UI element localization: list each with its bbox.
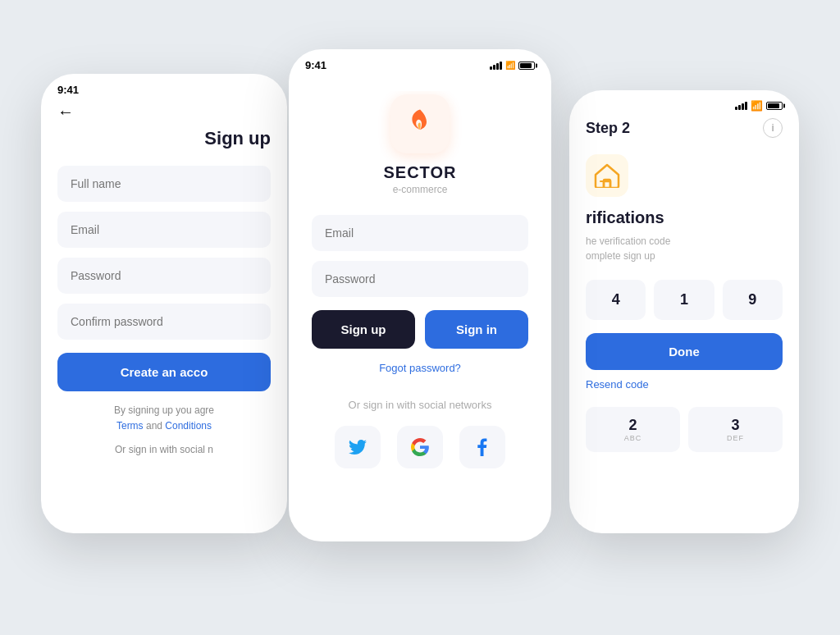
password-input-center[interactable] (312, 261, 528, 297)
back-arrow[interactable]: ← (57, 103, 271, 121)
phone-center: 9:41 📶 SECT (289, 49, 551, 541)
code-digit-1[interactable]: 4 (586, 280, 646, 320)
code-digit-3[interactable]: 9 (723, 280, 783, 320)
facebook-button[interactable] (459, 426, 505, 468)
flame-icon (404, 107, 436, 140)
battery-icon (518, 62, 535, 70)
house-icon (594, 163, 620, 188)
brand-sub: e-commerce (393, 184, 448, 195)
confirm-password-input[interactable] (57, 304, 271, 340)
create-account-button[interactable]: Create an acco (57, 353, 271, 391)
twitter-icon (349, 440, 367, 455)
info-icon[interactable]: i (763, 118, 783, 138)
step-label: Step 2 (586, 120, 630, 137)
phones-container: 9:41 ← Sign up Create an acco By signing… (0, 0, 840, 635)
battery-icon-right (766, 102, 783, 110)
signal-icon-right (735, 102, 747, 110)
brand-name: SECTOR (384, 163, 457, 182)
num-key-2[interactable]: 2 ABC (586, 407, 680, 452)
left-phone-content: ← Sign up Create an acco By signing up y… (41, 103, 287, 455)
forgot-password-link[interactable]: Fogot password? (379, 362, 461, 374)
numpad-row: 2 ABC 3 DEF (586, 407, 783, 452)
google-button[interactable] (397, 426, 443, 468)
status-icons-center: 📶 (490, 61, 535, 70)
code-digit-2[interactable]: 1 (654, 280, 714, 320)
signup-button[interactable]: Sign up (312, 310, 415, 349)
password-input-left[interactable] (57, 258, 271, 294)
fullname-input[interactable] (57, 166, 271, 202)
auth-buttons-row: Sign up Sign in (312, 310, 528, 349)
notch-center (371, 75, 469, 91)
terms-prefix: By signing up you agre (114, 404, 214, 416)
email-input-center[interactable] (312, 215, 528, 251)
time-center: 9:41 (305, 59, 326, 71)
center-phone-content: SECTOR e-commerce Sign up Sign in Fogot … (289, 94, 551, 468)
time-left: 9:41 (57, 84, 79, 96)
code-boxes: 4 1 9 (586, 280, 783, 320)
terms-and: and (146, 420, 162, 432)
phone-left: 9:41 ← Sign up Create an acco By signing… (41, 74, 287, 533)
terms-link[interactable]: Terms (116, 420, 144, 432)
or-social-center: Or sign in with social networks (349, 399, 492, 411)
done-button[interactable]: Done (586, 333, 783, 370)
house-icon-container (586, 154, 628, 197)
status-bar-center: 9:41 📶 (289, 49, 551, 78)
wifi-icon: 📶 (505, 61, 515, 70)
status-bar-right: 📶 (569, 90, 799, 118)
verif-desc: he verification code omplete sign up (586, 234, 783, 263)
status-bar-left: 9:41 (41, 74, 287, 103)
num-key-3[interactable]: 3 DEF (688, 407, 783, 452)
signin-button[interactable]: Sign in (425, 310, 528, 349)
twitter-button[interactable] (335, 426, 381, 468)
brand-logo (390, 94, 450, 153)
step-header: Step 2 i (586, 118, 783, 138)
right-phone-content: Step 2 i rifications he verification cod… (569, 118, 799, 452)
phone-right: 📶 Step 2 i rifications he verificatio (569, 90, 799, 533)
facebook-icon (477, 438, 487, 456)
verif-title: rifications (586, 208, 783, 227)
status-icons-right: 📶 (735, 100, 783, 112)
wifi-icon-right: 📶 (751, 100, 763, 112)
social-icons-row (335, 426, 505, 468)
resend-code-link[interactable]: Resend code (586, 378, 783, 391)
conditions-link[interactable]: Conditions (165, 420, 212, 432)
google-icon (411, 438, 429, 456)
page-title-left: Sign up (57, 128, 271, 149)
or-social-left: Or sign in with social n (57, 444, 271, 455)
email-input-left[interactable] (57, 212, 271, 248)
signal-icon (490, 62, 502, 70)
terms-text: By signing up you agre Terms and Conditi… (57, 403, 271, 434)
